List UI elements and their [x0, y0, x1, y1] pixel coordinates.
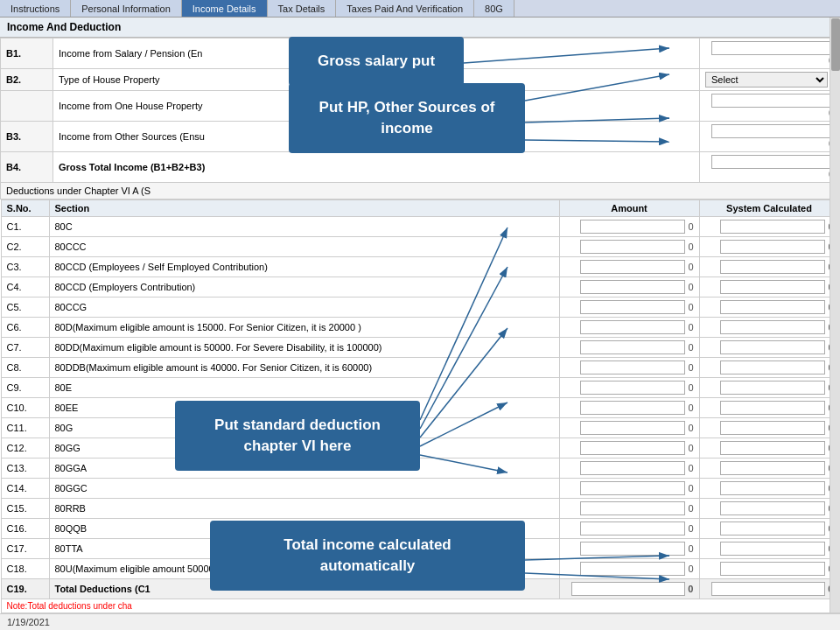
- c19-amount-input[interactable]: [571, 582, 685, 596]
- ded-code: C16.: [1, 519, 49, 539]
- ded-code: C10.: [1, 398, 49, 418]
- ded-amount-input[interactable]: [580, 260, 685, 274]
- deduction-row-c14: C14. 80GGC 0 0: [1, 479, 839, 499]
- ded-syscalc-input[interactable]: [720, 421, 825, 435]
- ded-syscalc-input[interactable]: [720, 320, 825, 334]
- b3-input[interactable]: [711, 124, 834, 138]
- deduction-row-c12: C12. 80GG 0 0: [1, 438, 839, 458]
- ded-amount-input[interactable]: [580, 421, 685, 435]
- ded-amount-cell: 0: [559, 358, 699, 378]
- tab-bar: Instructions Personal Information Income…: [0, 0, 840, 18]
- ded-amount-input[interactable]: [580, 381, 685, 395]
- ded-syscalc-input[interactable]: [720, 542, 825, 556]
- deduction-row-c3: C3. 80CCD (Employees / Self Employed Con…: [1, 257, 839, 277]
- ded-syscalc-input[interactable]: [720, 441, 825, 455]
- th-amount: Amount: [559, 200, 699, 217]
- b2-sub-empty: [1, 91, 53, 122]
- ded-section: 80E: [49, 378, 559, 398]
- ded-code: C14.: [1, 479, 49, 499]
- tab-instructions[interactable]: Instructions: [0, 0, 71, 17]
- ded-syscalc-input[interactable]: [720, 401, 825, 415]
- ded-amount-input[interactable]: [580, 562, 685, 576]
- ded-syscalc-cell: 0: [699, 338, 839, 358]
- c19-code: C19.: [1, 579, 49, 599]
- ded-amount-input[interactable]: [580, 360, 685, 374]
- ded-amount-input[interactable]: [580, 441, 685, 455]
- ded-amount-cell: 0: [559, 217, 699, 237]
- ded-syscalc-input[interactable]: [720, 220, 825, 234]
- ded-syscalc-input[interactable]: [720, 522, 825, 536]
- ded-amount-cell: 0: [559, 318, 699, 338]
- ded-section: 80CCD (Employees / Self Employed Contrib…: [49, 257, 559, 277]
- deduction-row-c11: C11. 80G 0 0: [1, 418, 839, 438]
- ded-syscalc-input[interactable]: [720, 360, 825, 374]
- ded-syscalc-cell: 0: [699, 318, 839, 338]
- sub-header-row: S.No. Section Amount System Calculated: [1, 200, 839, 217]
- ded-syscalc-cell: 0: [699, 237, 839, 257]
- tab-income-details[interactable]: Income Details: [182, 0, 268, 17]
- ded-syscalc-input[interactable]: [720, 562, 825, 576]
- ded-amount-input[interactable]: [580, 280, 685, 294]
- tab-80g[interactable]: 80G: [474, 0, 514, 17]
- ded-syscalc-input[interactable]: [720, 381, 825, 395]
- ded-amount-input[interactable]: [580, 501, 685, 515]
- ded-amount-input[interactable]: [580, 522, 685, 536]
- ded-syscalc-input[interactable]: [720, 481, 825, 495]
- scrollbar-thumb[interactable]: [831, 18, 840, 71]
- ded-section: 80DDB(Maximum eligible amount is 40000. …: [49, 358, 559, 378]
- ded-amount-input[interactable]: [580, 401, 685, 415]
- b3-input-cell: 0: [700, 122, 840, 152]
- ded-section: 80DD(Maximum eligible amount is 50000. F…: [49, 338, 559, 358]
- ded-amount-input[interactable]: [580, 240, 685, 254]
- ded-amount-input[interactable]: [580, 320, 685, 334]
- ded-amount-cell: 0: [559, 378, 699, 398]
- ded-amount-input[interactable]: [580, 542, 685, 556]
- ded-syscalc-cell: 0: [699, 298, 839, 318]
- ded-code: C18.: [1, 559, 49, 579]
- b4-input[interactable]: [711, 155, 834, 169]
- ded-syscalc-cell: 0: [699, 358, 839, 378]
- ded-syscalc-input[interactable]: [720, 280, 825, 294]
- deduction-row-c9: C9. 80E 0 0: [1, 378, 839, 398]
- ded-amount-input[interactable]: [580, 340, 685, 354]
- ded-syscalc-input[interactable]: [720, 240, 825, 254]
- deduction-row-c5: C5. 80CCG 0 0: [1, 298, 839, 318]
- ded-code: C1.: [1, 217, 49, 237]
- b1-input[interactable]: [711, 41, 834, 55]
- scrollbar[interactable]: [830, 18, 840, 612]
- deduction-row-c2: C2. 80CCC 0 0: [1, 237, 839, 257]
- tab-personal-information[interactable]: Personal Information: [71, 0, 182, 17]
- ded-section: 80C: [49, 217, 559, 237]
- ded-amount-input[interactable]: [580, 481, 685, 495]
- ded-syscalc-input[interactable]: [720, 501, 825, 515]
- ded-amount-input[interactable]: [580, 300, 685, 314]
- footer-bar: 1/19/2021: [0, 613, 840, 630]
- deduction-row-c7: C7. 80DD(Maximum eligible amount is 5000…: [1, 338, 839, 358]
- ded-amount-cell: 0: [559, 559, 699, 579]
- ded-syscalc-input[interactable]: [720, 461, 825, 475]
- ded-syscalc-cell: 0: [699, 378, 839, 398]
- ded-amount-input[interactable]: [580, 220, 685, 234]
- ded-syscalc-input[interactable]: [720, 300, 825, 314]
- ded-section: 80CCD (Employers Contribution): [49, 277, 559, 298]
- ded-code: C7.: [1, 338, 49, 358]
- ded-syscalc-cell: 0: [699, 539, 839, 559]
- tab-taxes-paid[interactable]: Taxes Paid And Verification: [336, 0, 474, 17]
- ded-syscalc-input[interactable]: [720, 340, 825, 354]
- ded-syscalc-input[interactable]: [720, 260, 825, 274]
- ded-amount-input[interactable]: [580, 461, 685, 475]
- ded-amount-cell: 0: [559, 298, 699, 318]
- deduction-row-c13: C13. 80GGA 0 0: [1, 458, 839, 479]
- b3-code: B3.: [1, 122, 53, 152]
- section-header: Income And Deduction: [0, 18, 840, 38]
- tab-tax-details[interactable]: Tax Details: [268, 0, 337, 17]
- b2-sub-input[interactable]: [711, 94, 834, 108]
- b2-sub-input-cell: 0: [700, 91, 840, 122]
- ded-amount-cell: 0: [559, 418, 699, 438]
- ded-syscalc-cell: 0: [699, 257, 839, 277]
- ded-code: C6.: [1, 318, 49, 338]
- b2-select[interactable]: Select: [705, 72, 828, 88]
- c19-syscalc-input[interactable]: [711, 582, 825, 596]
- ded-syscalc-cell: 0: [699, 438, 839, 458]
- ded-code: C11.: [1, 418, 49, 438]
